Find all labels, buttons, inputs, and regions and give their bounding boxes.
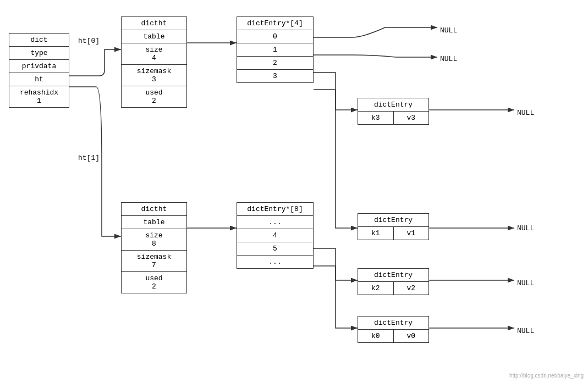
null-k0v0: NULL <box>517 327 534 335</box>
array1-dots2: ... <box>237 256 313 268</box>
watermark: http://blog.csdn.net/baiye_xing <box>509 373 584 379</box>
dictht0-size: size4 <box>122 43 186 65</box>
dict-field-dict: dict <box>9 34 69 47</box>
array1-4: 4 <box>237 229 313 242</box>
dict-field-type: type <box>9 47 69 60</box>
dictht1-label: dictht <box>122 203 186 216</box>
null-k3v3: NULL <box>517 109 534 117</box>
entry-k1v1: dictEntry k1 v1 <box>358 213 429 240</box>
ht0-label: ht[0] <box>78 37 100 45</box>
dictht1-sizemask: sizemask7 <box>122 251 186 272</box>
dictht0-table: table <box>122 30 186 43</box>
null-top2: NULL <box>440 55 457 63</box>
array0-2: 2 <box>237 57 313 70</box>
entry-k3v3: dictEntry k3 v3 <box>358 98 429 125</box>
array0-0: 0 <box>237 30 313 43</box>
entry-k2v2-v: v2 <box>394 282 429 295</box>
diagram: dict type privdata ht rehashidx1 ht[0] h… <box>0 0 588 383</box>
array0-1: 1 <box>237 43 313 57</box>
entry-k1v1-k: k1 <box>358 227 394 240</box>
entry-k0v0-v: v0 <box>394 330 429 342</box>
dictht0-box: dictht table size4 sizemask3 used2 <box>121 16 187 108</box>
entry-k1v1-label: dictEntry <box>358 214 428 227</box>
dict-field-privdata: privdata <box>9 60 69 73</box>
dict-box: dict type privdata ht rehashidx1 <box>9 33 69 108</box>
dictht0-sizemask: sizemask3 <box>122 65 186 86</box>
null-k1v1: NULL <box>517 224 534 232</box>
entry-k3v3-label: dictEntry <box>358 98 428 112</box>
entry-k0v0: dictEntry k0 v0 <box>358 316 429 343</box>
array1-label: dictEntry*[8] <box>237 203 313 216</box>
dictht0-label: dictht <box>122 17 186 30</box>
array0-3: 3 <box>237 70 313 82</box>
array1-box: dictEntry*[8] ... 4 5 ... <box>237 202 314 269</box>
array1-dots1: ... <box>237 216 313 229</box>
entry-k3v3-v: v3 <box>394 112 429 124</box>
dict-field-ht: ht <box>9 73 69 86</box>
dictht1-size: size8 <box>122 229 186 251</box>
entry-k1v1-v: v1 <box>394 227 429 240</box>
entry-k0v0-k: k0 <box>358 330 394 342</box>
array0-box: dictEntry*[4] 0 1 2 3 <box>237 16 314 83</box>
entry-k0v0-label: dictEntry <box>358 317 428 330</box>
dict-field-rehashidx: rehashidx1 <box>9 86 69 107</box>
entry-k2v2: dictEntry k2 v2 <box>358 268 429 295</box>
entry-k2v2-label: dictEntry <box>358 269 428 282</box>
null-k2v2: NULL <box>517 279 534 287</box>
dictht1-used: used2 <box>122 272 186 293</box>
dictht1-table: table <box>122 216 186 229</box>
array0-label: dictEntry*[4] <box>237 17 313 30</box>
dictht0-used: used2 <box>122 86 186 107</box>
ht1-label: ht[1] <box>78 154 100 162</box>
null-top1: NULL <box>440 26 457 35</box>
entry-k3v3-k: k3 <box>358 112 394 124</box>
entry-k2v2-k: k2 <box>358 282 394 295</box>
array1-5: 5 <box>237 242 313 256</box>
dictht1-box: dictht table size8 sizemask7 used2 <box>121 202 187 293</box>
